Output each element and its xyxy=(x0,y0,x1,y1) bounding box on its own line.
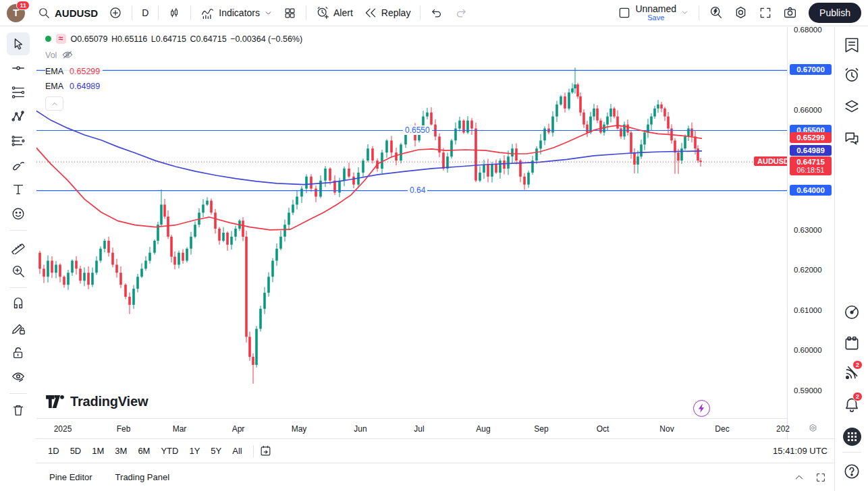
range-button-all[interactable]: All xyxy=(227,443,247,459)
panel-maximize-icon[interactable] xyxy=(815,472,826,483)
chart-plot[interactable]: ≈ O0.65079 H0.65116 L0.64715 C0.64715 −0… xyxy=(36,27,787,418)
chart-legend: ≈ O0.65079 H0.65116 L0.64715 C0.64715 −0… xyxy=(45,34,306,111)
target-icon[interactable] xyxy=(843,304,861,321)
volume-row[interactable]: Vol xyxy=(45,49,76,61)
panel-expand-chevron-icon[interactable] xyxy=(794,472,805,483)
tool-text[interactable] xyxy=(7,178,30,201)
range-buttons: 1D5D1M3M6MYTD1Y5YAll xyxy=(43,443,248,459)
go-to-date-icon[interactable] xyxy=(259,444,272,457)
fullscreen-button[interactable] xyxy=(754,3,777,22)
replay-icon xyxy=(364,6,377,20)
tool-magnet[interactable] xyxy=(7,293,30,316)
ema-blue-line[interactable] xyxy=(36,109,702,185)
scale-settings-gear-icon[interactable] xyxy=(808,423,818,433)
layout-grid-button[interactable] xyxy=(279,4,301,22)
range-button-ytd[interactable]: YTD xyxy=(155,443,184,459)
ohlc-high: H0.65116 xyxy=(111,34,147,44)
time-axis-label: 2025 xyxy=(54,424,72,434)
pencil-lock-icon xyxy=(11,321,26,336)
calendar-icon[interactable] xyxy=(843,335,861,352)
alerts-clock-icon[interactable] xyxy=(843,67,861,84)
range-button-1d[interactable]: 1D xyxy=(43,443,65,459)
fib-retracement-icon xyxy=(11,85,26,100)
tool-xabcd-pattern[interactable] xyxy=(7,105,30,128)
toolbar-separator xyxy=(190,5,191,20)
toolbar-separator xyxy=(306,5,306,20)
apps-menu-button[interactable] xyxy=(843,428,861,446)
range-button-1m[interactable]: 1M xyxy=(86,443,109,459)
range-button-1y[interactable]: 1Y xyxy=(184,443,205,459)
tool-cursor[interactable] xyxy=(7,32,30,55)
price-tick: 0.63000 xyxy=(794,226,822,234)
alert-clock-icon xyxy=(316,6,329,20)
tool-trend-line[interactable] xyxy=(7,57,30,80)
tool-hide-drawings[interactable] xyxy=(7,366,30,388)
tool-brush[interactable] xyxy=(7,154,30,177)
publish-button[interactable]: Publish xyxy=(809,3,861,23)
eye-off-icon[interactable] xyxy=(61,49,74,61)
tool-fib-retracement[interactable] xyxy=(7,81,30,104)
add-symbol-button[interactable] xyxy=(104,3,127,22)
price-label-badge: 0.65299 xyxy=(790,132,832,143)
ema-red-line[interactable] xyxy=(36,125,702,230)
unlock-icon xyxy=(11,345,26,360)
alert-button[interactable]: Alert xyxy=(311,3,358,22)
user-avatar[interactable]: T 11 xyxy=(7,4,25,22)
ema-row-2[interactable]: EMA 0.64989 xyxy=(45,82,103,91)
undo-button[interactable] xyxy=(425,3,448,22)
replay-button[interactable]: Replay xyxy=(359,3,416,22)
time-axis-label: Jul xyxy=(414,424,424,434)
time-axis[interactable]: 2025FebMarAprMayJunJulAugSepOctNovDec202 xyxy=(36,418,787,439)
tab-trading-panel[interactable]: Trading Panel xyxy=(115,472,169,482)
tab-pine-editor[interactable]: Pine Editor xyxy=(49,472,92,482)
object-tree-icon[interactable] xyxy=(843,98,861,115)
redo-button[interactable] xyxy=(450,3,472,22)
indicators-button[interactable]: Indicators xyxy=(196,3,277,23)
delayed-data-badge[interactable]: ≈ xyxy=(56,34,66,44)
status-bar: Pine Editor Trading Panel xyxy=(36,463,834,491)
tool-remove-objects[interactable] xyxy=(7,399,30,422)
tool-lock-all[interactable] xyxy=(7,341,30,364)
time-axis-label: 202 xyxy=(776,424,790,434)
tool-emoji[interactable] xyxy=(7,202,30,225)
chat-icon[interactable] xyxy=(843,129,861,147)
range-button-3m[interactable]: 3M xyxy=(109,443,132,459)
range-button-5y[interactable]: 5Y xyxy=(205,443,227,459)
watchlist-icon[interactable] xyxy=(843,36,861,54)
spark-icon[interactable] xyxy=(693,400,710,417)
price-scale[interactable]: 0.680000.660000.630000.620000.610000.600… xyxy=(787,27,834,438)
volume-label: Vol xyxy=(45,51,57,60)
toolbar-separator xyxy=(420,5,421,20)
interval-button[interactable]: D xyxy=(137,5,153,21)
chevron-down-icon[interactable] xyxy=(264,9,273,18)
emoji-icon xyxy=(11,206,26,221)
tool-zoom-in[interactable] xyxy=(7,260,30,283)
layout-name: Unnamed xyxy=(635,4,676,14)
chevron-down-icon[interactable] xyxy=(680,8,689,17)
quick-search-button[interactable] xyxy=(704,3,728,22)
brush-icon xyxy=(11,158,26,173)
range-button-5d[interactable]: 5D xyxy=(65,443,87,459)
clock[interactable]: 15:41:09 UTC xyxy=(773,446,829,456)
symbol-price-tag: AUDUSD xyxy=(754,156,787,166)
legend-collapse-button[interactable] xyxy=(45,96,63,111)
toolbar-separator xyxy=(158,5,159,20)
save-link[interactable]: Save xyxy=(647,14,664,22)
help-icon[interactable] xyxy=(843,463,861,480)
tool-measure[interactable] xyxy=(7,235,30,258)
price-tick: 0.60000 xyxy=(794,346,822,354)
chart-settings-button[interactable] xyxy=(729,3,753,22)
tool-projection[interactable] xyxy=(7,129,30,152)
snapshot-button[interactable] xyxy=(778,3,802,22)
range-button-6m[interactable]: 6M xyxy=(132,443,155,459)
chart-style-button[interactable] xyxy=(163,4,186,22)
time-axis-label: Oct xyxy=(597,424,609,434)
symbol-search-button[interactable]: AUDUSD xyxy=(33,4,103,22)
main-series-row[interactable]: ≈ O0.65079 H0.65116 L0.64715 C0.64715 −0… xyxy=(45,34,306,44)
layout-select-button[interactable]: Unnamed Save xyxy=(613,1,694,24)
price-label-badge: 0.64989 xyxy=(790,145,832,156)
ema-row-1[interactable]: EMA 0.65299 xyxy=(45,67,103,76)
time-axis-label: Sep xyxy=(534,424,548,434)
layout-name-block: Unnamed Save xyxy=(635,4,676,22)
tool-drawing-mode[interactable] xyxy=(7,317,30,340)
